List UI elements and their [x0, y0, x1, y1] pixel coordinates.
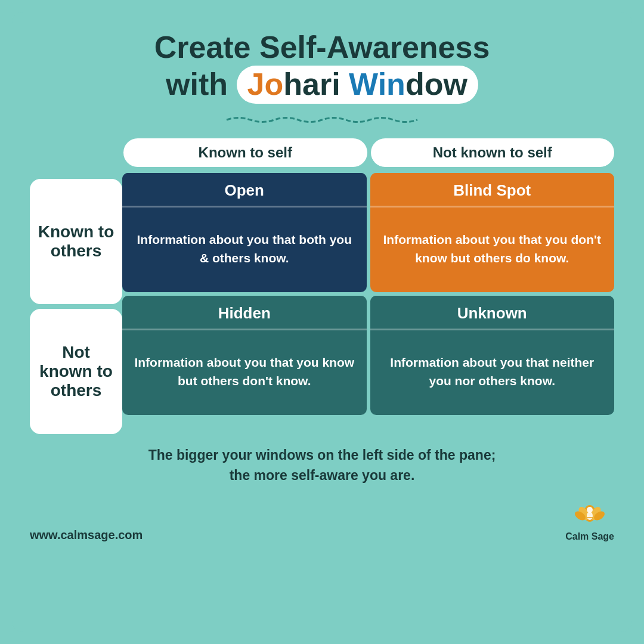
row-label-known: Known to others: [30, 179, 122, 304]
cell-unknown-title: Unknown: [370, 296, 615, 329]
grid-row-2: Hidden Information about you that you kn…: [122, 296, 614, 415]
cell-open: Open Information about you that both you…: [122, 173, 367, 292]
johari-pill: Johari Window: [237, 66, 478, 104]
title-line2: with Johari Window: [154, 66, 490, 104]
cell-blind-title: Blind Spot: [370, 173, 615, 206]
grid-rows: Open Information about you that both you…: [122, 173, 614, 415]
grid-row-1: Open Information about you that both you…: [122, 173, 614, 292]
cell-unknown-body: Information about you that neither you n…: [370, 330, 615, 415]
wavy-divider: [221, 114, 423, 125]
cell-open-title: Open: [122, 173, 367, 206]
left-labels: Known to others Not known to others: [30, 138, 122, 434]
col-header-known: Known to self: [123, 138, 367, 167]
title-block: Create Self-Awareness with Johari Window: [154, 30, 490, 104]
johari-jo: Jo: [247, 67, 284, 101]
johari-dow: dow: [405, 67, 467, 101]
website-url: www.calmsage.com: [30, 528, 143, 542]
grid-wrapper: Known to others Not known to others Know…: [30, 138, 614, 434]
footer-bottom: www.calmsage.com Calm Sage: [30, 492, 614, 542]
logo-text: Calm Sage: [565, 531, 614, 542]
cell-hidden-body: Information about you that you know but …: [122, 330, 367, 415]
col-headers: Known to self Not known to self: [122, 138, 614, 167]
svg-point-7: [587, 512, 593, 520]
footer-line2: the more self-aware you are.: [148, 465, 496, 486]
calmsage-logo-icon: [571, 492, 609, 530]
row-label-not-known: Not known to others: [30, 309, 122, 434]
cell-hidden-title: Hidden: [122, 296, 367, 329]
footer-tagline: The bigger your windows on the left side…: [148, 445, 496, 486]
title-with: with: [166, 67, 236, 101]
col-header-not-known: Not known to self: [371, 138, 615, 167]
cell-open-body: Information about you that both you & ot…: [122, 208, 367, 292]
grid-area: Known to self Not known to self Open Inf…: [122, 138, 614, 415]
cell-hidden: Hidden Information about you that you kn…: [122, 296, 367, 415]
cell-blind-body: Information about you that you don't kno…: [370, 208, 615, 292]
cell-blind-spot: Blind Spot Information about you that yo…: [370, 173, 615, 292]
logo-area: Calm Sage: [565, 492, 614, 542]
footer-line1: The bigger your windows on the left side…: [148, 445, 496, 466]
title-line1: Create Self-Awareness: [154, 30, 490, 66]
cell-unknown: Unknown Information about you that neith…: [370, 296, 615, 415]
main-container: Create Self-Awareness with Johari Window…: [12, 12, 632, 632]
johari-hari: hari: [283, 67, 349, 101]
johari-win: Win: [349, 67, 405, 101]
